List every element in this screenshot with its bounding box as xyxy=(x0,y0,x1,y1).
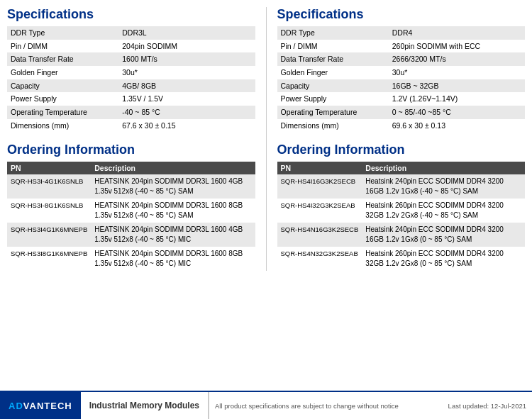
part-description: Heatsink 260pin ECC SODIMM DDR4 3200 32G… xyxy=(362,247,525,271)
column-divider xyxy=(266,7,267,271)
footer-product-line: Industrial Memory Modules xyxy=(81,392,209,419)
spec-value: 67.6 x 30 ± 0.15 xyxy=(118,119,255,133)
right-spec-table: DDR TypeDDR4Pin / DIMM260pin SODIMM with… xyxy=(277,26,526,133)
brand-vantech: VANTECH xyxy=(23,401,72,411)
spec-label: Pin / DIMM xyxy=(277,40,389,53)
spec-value: 69.6 x 30 ± 0.13 xyxy=(389,119,525,133)
table-row: Operating Temperature0 ~ 85/-40 ~85 °C xyxy=(277,106,526,119)
table-row: Capacity4GB/ 8GB xyxy=(7,79,255,93)
table-row: DDR TypeDDR3L xyxy=(7,26,255,40)
spec-value: 1.35V / 1.5V xyxy=(118,92,255,106)
table-row: SQR-HS3I-8G1K6SNLBHEATSINK 204pin SODIMM… xyxy=(7,199,255,223)
spec-label: DDR Type xyxy=(7,26,118,40)
table-row: Pin / DIMM204pin SODIMM xyxy=(7,40,255,53)
right-spec-title: Specifications xyxy=(277,7,526,22)
spec-value: 1600 MT/s xyxy=(118,52,255,66)
part-number: SQR-HS4N16G3K2SECB xyxy=(277,223,362,247)
table-row: Operating Temperature-40 ~ 85 °C xyxy=(7,106,255,119)
spec-label: Dimensions (mm) xyxy=(7,119,118,133)
spec-value: 16GB ~ 32GB xyxy=(389,79,525,93)
part-description: Heatsink 240pin ECC SODIMM DDR4 3200 16G… xyxy=(362,174,525,199)
ordering-header: Description xyxy=(91,162,255,174)
part-description: HEATSINK 204pin SODIMM DDR3L 1600 8GB 1.… xyxy=(91,199,255,223)
table-row: Pin / DIMM260pin SODIMM with ECC xyxy=(277,40,526,53)
right-column: Specifications DDR TypeDDR4Pin / DIMM260… xyxy=(277,7,526,271)
table-row: Dimensions (mm)69.6 x 30 ± 0.13 xyxy=(277,119,526,133)
spec-label: Golden Finger xyxy=(277,66,389,79)
spec-value: DDR3L xyxy=(118,26,255,40)
part-description: Heatsink 240pin ECC SODIMM DDR4 3200 16G… xyxy=(362,223,525,247)
ordering-header: Description xyxy=(362,162,525,174)
footer-brand: ADVANTECH xyxy=(0,392,81,419)
table-row: Capacity16GB ~ 32GB xyxy=(277,79,526,93)
spec-label: Data Transfer Rate xyxy=(7,52,118,66)
spec-label: Pin / DIMM xyxy=(7,40,118,53)
spec-value: DDR4 xyxy=(389,26,525,40)
part-number: SQR-HS4I16G3K2SECB xyxy=(277,174,362,199)
spec-label: Capacity xyxy=(277,79,389,93)
spec-label: Operating Temperature xyxy=(7,106,118,119)
part-number: SQR-HS4N32G3K2SEAB xyxy=(277,247,362,271)
footer: ADVANTECH Industrial Memory Modules All … xyxy=(0,391,532,419)
part-number: SQR-HS3I4G1K6MNEPB xyxy=(7,223,91,247)
table-row: Dimensions (mm)67.6 x 30 ± 0.15 xyxy=(7,119,255,133)
part-description: HEATSINK 204pin SODIMM DDR3L 1600 4GB 1.… xyxy=(91,223,255,247)
part-number: SQR-HS3I-8G1K6SNLB xyxy=(7,199,91,223)
table-row: SQR-HS4N32G3K2SEABHeatsink 260pin ECC SO… xyxy=(277,247,526,271)
spec-label: Operating Temperature xyxy=(277,106,389,119)
table-row: SQR-HS3I8G1K6MNEPBHEATSINK 204pin SODIMM… xyxy=(7,247,255,271)
table-row: SQR-HS3I4G1K6MNEPBHEATSINK 204pin SODIMM… xyxy=(7,223,255,247)
footer-last-updated: Last updated: 12-Jul-2021 xyxy=(443,402,532,410)
table-row: SQR-HS3I-4G1K6SNLBHEATSINK 204pin SODIMM… xyxy=(7,174,255,199)
table-row: Data Transfer Rate1600 MT/s xyxy=(7,52,255,66)
right-ordering-title: Ordering Information xyxy=(277,143,526,157)
part-number: SQR-HS3I-4G1K6SNLB xyxy=(7,174,91,199)
part-description: HEATSINK 204pin SODIMM DDR3L 1600 8GB 1.… xyxy=(91,247,255,271)
spec-value: 260pin SODIMM with ECC xyxy=(389,40,525,53)
spec-value: 0 ~ 85/-40 ~85 °C xyxy=(389,106,525,119)
left-spec-table: DDR TypeDDR3LPin / DIMM204pin SODIMMData… xyxy=(7,26,255,133)
ordering-header: PN xyxy=(277,162,362,174)
table-row: SQR-HS4N16G3K2SECBHeatsink 240pin ECC SO… xyxy=(277,223,526,247)
spec-label: Dimensions (mm) xyxy=(277,119,389,133)
spec-label: Data Transfer Rate xyxy=(277,52,389,66)
table-row: SQR-HS4I16G3K2SECBHeatsink 240pin ECC SO… xyxy=(277,174,526,199)
table-row: Power Supply1.35V / 1.5V xyxy=(7,92,255,106)
left-ordering-title: Ordering Information xyxy=(7,143,255,157)
table-row: SQR-HS4I32G3K2SEABHeatsink 260pin ECC SO… xyxy=(277,199,526,223)
ordering-header: PN xyxy=(7,162,91,174)
spec-value: 30u* xyxy=(118,66,255,79)
table-row: Golden Finger30u* xyxy=(277,66,526,79)
footer-disclaimer: All product specifications are subject t… xyxy=(209,402,404,410)
table-row: Power Supply1.2V (1.26V~1.14V) xyxy=(277,92,526,106)
right-ordering-table: PNDescription SQR-HS4I16G3K2SECBHeatsink… xyxy=(277,162,526,271)
brand-ad: AD xyxy=(9,401,23,411)
spec-value: 1.2V (1.26V~1.14V) xyxy=(389,92,525,106)
spec-label: Golden Finger xyxy=(7,66,118,79)
spec-value: -40 ~ 85 °C xyxy=(118,106,255,119)
part-number: SQR-HS4I32G3K2SEAB xyxy=(277,199,362,223)
spec-label: DDR Type xyxy=(277,26,389,40)
part-description: Heatsink 260pin ECC SODIMM DDR4 3200 32G… xyxy=(362,199,525,223)
part-description: HEATSINK 204pin SODIMM DDR3L 1600 4GB 1.… xyxy=(91,174,255,199)
table-row: DDR TypeDDR4 xyxy=(277,26,526,40)
spec-label: Power Supply xyxy=(7,92,118,106)
spec-value: 2666/3200 MT/s xyxy=(389,52,525,66)
left-ordering-table: PNDescription SQR-HS3I-4G1K6SNLBHEATSINK… xyxy=(7,162,255,271)
left-column: Specifications DDR TypeDDR3LPin / DIMM20… xyxy=(7,7,255,271)
table-row: Golden Finger30u* xyxy=(7,66,255,79)
spec-label: Capacity xyxy=(7,79,118,93)
spec-value: 204pin SODIMM xyxy=(118,40,255,53)
spec-label: Power Supply xyxy=(277,92,389,106)
table-row: Data Transfer Rate2666/3200 MT/s xyxy=(277,52,526,66)
part-number: SQR-HS3I8G1K6MNEPB xyxy=(7,247,91,271)
spec-value: 4GB/ 8GB xyxy=(118,79,255,93)
left-spec-title: Specifications xyxy=(7,7,255,22)
spec-value: 30u* xyxy=(389,66,525,79)
